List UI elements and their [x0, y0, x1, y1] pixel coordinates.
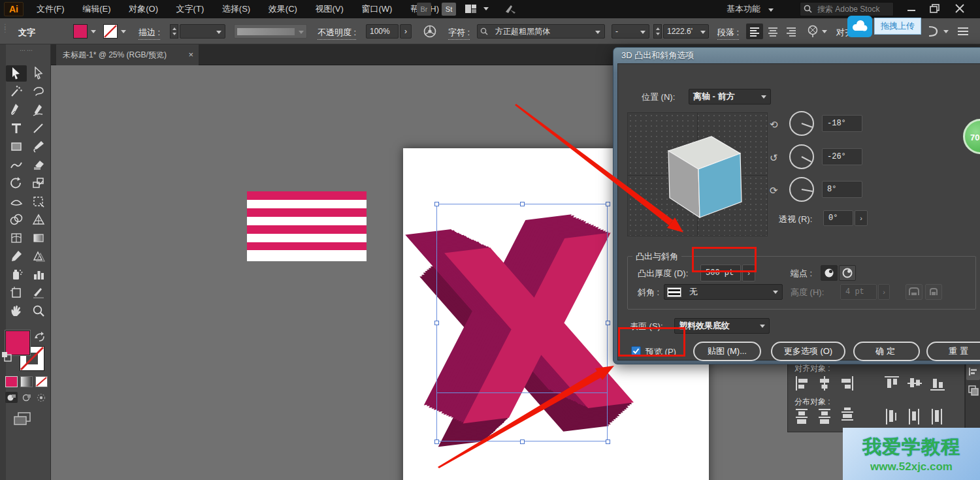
rotate-x-dial[interactable] [789, 111, 814, 136]
position-select[interactable]: 离轴 - 前方 [689, 89, 771, 104]
cap-solid-button[interactable] [821, 265, 838, 281]
tool-scale[interactable] [28, 175, 49, 191]
menu-select[interactable]: 选择(S) [214, 0, 258, 18]
opacity-expand-button[interactable]: › [400, 24, 412, 39]
align-left-button[interactable] [746, 24, 763, 39]
selection-handle[interactable] [606, 202, 610, 206]
text-options-icon[interactable] [926, 25, 941, 37]
app-logo[interactable]: Ai [4, 2, 24, 16]
stroke-chevron-icon[interactable] [121, 30, 126, 33]
stroke-weight-stepper[interactable] [170, 24, 178, 39]
font-family-select[interactable]: 方正超粗黑简体 [477, 24, 605, 39]
tool-column-graph[interactable] [28, 266, 49, 283]
selection-handle[interactable] [520, 440, 525, 444]
perspective-field[interactable]: 0° [823, 210, 853, 226]
rotate-x-field[interactable]: -18° [822, 115, 862, 132]
font-size-select[interactable]: 1222.6' [663, 24, 709, 39]
menu-view[interactable]: 视图(V) [307, 0, 351, 18]
align-center-button[interactable] [764, 24, 781, 39]
minimize-button[interactable] [900, 0, 923, 17]
opacity-field[interactable]: 100% [366, 24, 399, 39]
menu-type[interactable]: 文字(T) [169, 0, 212, 18]
tool-gradient[interactable] [28, 230, 49, 246]
tool-shaper[interactable] [6, 157, 27, 173]
striped-rectangle-object[interactable] [247, 191, 367, 261]
tool-lasso[interactable] [28, 84, 49, 100]
tool-slice[interactable] [28, 285, 49, 301]
ok-button[interactable]: 确定 [853, 342, 920, 361]
stroke-weight-select[interactable] [180, 24, 225, 39]
perspective-expand-button[interactable]: › [855, 210, 868, 226]
recolor-artwork-icon[interactable] [423, 25, 436, 38]
reset-button[interactable]: 重置 [926, 342, 980, 361]
rotate-y-field[interactable]: -26° [822, 148, 862, 165]
tool-perspective-grid[interactable] [28, 212, 49, 228]
tool-artboard[interactable] [6, 285, 27, 301]
surface-select[interactable]: 塑料效果底纹 [674, 318, 770, 334]
rotate-y-dial[interactable] [789, 144, 814, 169]
menu-object[interactable]: 对象(O) [121, 0, 166, 18]
tool-hand[interactable] [6, 303, 27, 319]
selection-handle[interactable] [434, 440, 439, 444]
tool-eyedropper[interactable] [6, 248, 27, 264]
tool-symbol-sprayer[interactable] [6, 266, 27, 283]
tool-rotate[interactable] [6, 175, 27, 191]
default-fill-stroke-icon[interactable] [1, 351, 12, 362]
tools-panel-edge[interactable] [0, 44, 6, 480]
stock-button[interactable]: St [442, 3, 456, 16]
tool-mesh[interactable] [6, 230, 27, 246]
dock-pathfinder-panel-icon[interactable] [968, 385, 979, 396]
font-style-select[interactable]: - [612, 24, 649, 39]
screen-mode-button[interactable] [13, 411, 33, 426]
stroke-color-swatch[interactable] [103, 24, 118, 39]
tool-zoom[interactable] [28, 303, 49, 319]
tool-type[interactable] [6, 120, 27, 136]
bevel-select[interactable]: 无 [664, 284, 783, 300]
menu-edit[interactable]: 编辑(E) [74, 0, 118, 18]
more-options-button[interactable]: 更多选项 (O) [771, 342, 845, 361]
selection-handle[interactable] [606, 440, 610, 444]
color-mode-button[interactable] [5, 376, 18, 387]
arrange-documents-icon[interactable] [465, 5, 481, 14]
tool-paintbrush[interactable] [28, 138, 49, 155]
align-right-button[interactable] [783, 24, 800, 39]
tool-curvature[interactable] [28, 102, 49, 118]
selection-handle[interactable] [606, 321, 610, 325]
tool-free-transform[interactable] [28, 193, 49, 210]
dock-align-panel-icon[interactable] [966, 363, 980, 380]
tool-pen[interactable] [6, 102, 27, 118]
glyph-snapping-chevron-icon[interactable] [822, 30, 827, 33]
tool-direct-selection[interactable] [28, 65, 49, 82]
close-button[interactable] [949, 0, 971, 17]
text-options-chevron-icon[interactable] [943, 30, 949, 33]
paragraph-label[interactable]: 段落 : [717, 27, 739, 40]
tool-shape-builder[interactable] [6, 212, 27, 228]
document-tab[interactable]: 未标题-1* @ 25% (RGB/预览) × [56, 44, 199, 65]
rotate-z-field[interactable]: 8° [822, 181, 862, 198]
stroke-weight-label[interactable]: 描边 : [139, 27, 160, 40]
cap-hollow-button[interactable] [839, 265, 856, 281]
menu-window[interactable]: 窗口(W) [353, 0, 400, 18]
swap-fill-stroke-icon[interactable] [34, 332, 46, 342]
extrude-bevel-dialog[interactable]: 3D 凸出和斜角选项 位置 (N): 离轴 - 前方 ⟲ -18 [613, 47, 980, 364]
draw-inside-button[interactable] [35, 392, 48, 403]
draw-behind-button[interactable] [20, 392, 33, 403]
fill-color-swatch[interactable] [73, 24, 88, 39]
opacity-label[interactable]: 不透明度 : [318, 27, 356, 40]
draw-normal-button[interactable] [5, 392, 18, 403]
menu-effect[interactable]: 效果(C) [261, 0, 305, 18]
menu-file[interactable]: 文件(F) [29, 0, 73, 18]
font-size-stepper[interactable] [653, 24, 662, 39]
tab-close-icon[interactable]: × [188, 44, 193, 65]
glyph-snapping-icon[interactable] [806, 25, 819, 38]
fill-chevron-icon[interactable] [91, 30, 96, 33]
variable-width-select[interactable] [234, 24, 307, 39]
restore-button[interactable] [924, 0, 946, 17]
selection-bounding-box[interactable] [436, 204, 608, 441]
bridge-button[interactable]: Br [417, 3, 431, 16]
character-label[interactable]: 字符 : [448, 27, 470, 40]
netdisk-upload-icon[interactable] [847, 16, 872, 37]
orientation-preview[interactable] [627, 112, 768, 236]
arrange-documents-chevron-icon[interactable] [483, 7, 489, 10]
panel-menu-icon[interactable] [956, 26, 970, 37]
